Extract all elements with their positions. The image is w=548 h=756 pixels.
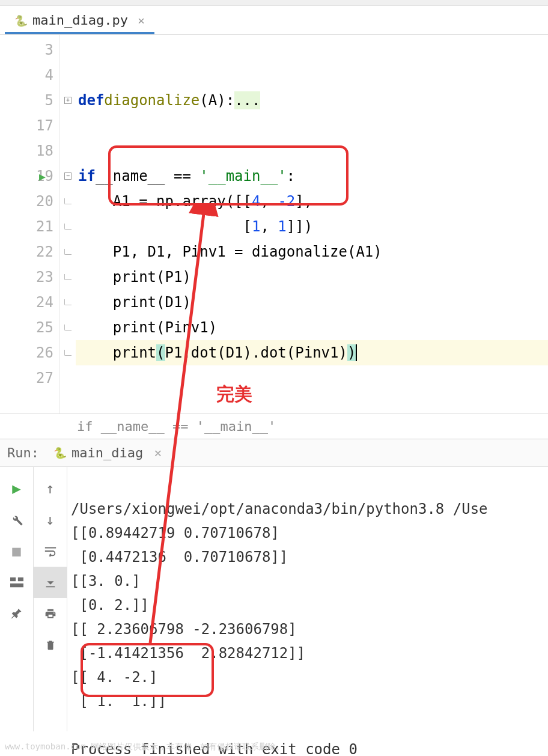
run-tab-close[interactable]: × xyxy=(154,445,162,460)
wrench-button[interactable] xyxy=(0,504,33,535)
layout-icon xyxy=(10,577,23,588)
print-button[interactable] xyxy=(34,598,67,629)
run-toolbar-right: ↑ ↓ xyxy=(34,467,67,731)
code-line[interactable] xyxy=(76,113,548,138)
fold-expand-icon[interactable]: + xyxy=(64,97,72,104)
python-icon: 🐍 xyxy=(53,447,67,459)
fold-guide xyxy=(64,325,72,331)
line-number: 4 xyxy=(45,67,53,84)
svg-rect-1 xyxy=(17,578,23,581)
text-cursor xyxy=(356,344,357,361)
fold-gutter: + − xyxy=(60,35,76,413)
watermark: www.toymoban.com 网络图片仅供展示，非存储，如有侵权请联系删除。 xyxy=(5,742,284,752)
output-line: [[3. 0.] xyxy=(71,573,141,590)
line-number: 21 xyxy=(36,218,53,235)
line-number-gutter: 3 4 5 17 18 ▶19 20 21 22 23 24 25 26 27 xyxy=(0,35,60,413)
line-number: 22 xyxy=(36,243,53,260)
line-number: 24 xyxy=(36,294,53,311)
code-line[interactable] xyxy=(76,62,548,88)
output-line: [-1.41421356 2.82842712]] xyxy=(71,645,305,662)
fold-guide xyxy=(64,299,72,305)
line-number: 27 xyxy=(36,370,53,386)
line-number: 23 xyxy=(36,269,53,285)
breadcrumb-bar[interactable]: if __name__ == '__main__' xyxy=(0,413,548,439)
fold-guide xyxy=(64,198,72,204)
code-content[interactable]: def diagonalize(A):... if __name__ == '_… xyxy=(76,35,548,413)
line-number: 20 xyxy=(36,193,53,210)
stop-button[interactable]: ■ xyxy=(0,535,33,567)
down-button[interactable]: ↓ xyxy=(34,504,67,535)
code-line[interactable]: print(D1) xyxy=(76,290,548,315)
wrench-icon xyxy=(10,513,23,526)
scroll-end-icon xyxy=(44,576,57,588)
fold-collapse-icon[interactable]: − xyxy=(64,172,72,180)
fold-guide xyxy=(64,350,72,356)
breadcrumb-text: if __name__ == '__main__' xyxy=(77,419,276,434)
pin-button[interactable] xyxy=(0,598,33,629)
wrap-icon xyxy=(44,546,57,556)
run-panel-header: Run: 🐍 main_diag × xyxy=(0,439,548,467)
line-number: 18 xyxy=(36,142,53,159)
code-line[interactable]: if __name__ == '__main__': xyxy=(76,163,548,189)
run-tab-name: main_diag xyxy=(72,445,143,460)
code-line[interactable]: def diagonalize(A):... xyxy=(76,88,548,113)
code-line[interactable] xyxy=(76,365,548,391)
up-button[interactable]: ↑ xyxy=(34,473,67,504)
fold-guide xyxy=(64,224,72,230)
line-number: 17 xyxy=(36,117,53,134)
output-line: [[ 2.23606798 -2.23606798] xyxy=(71,621,297,638)
editor-tab-bar: main_diag.py × xyxy=(0,6,548,35)
console-output[interactable]: /Users/xiongwei/opt/anaconda3/bin/python… xyxy=(67,467,548,731)
run-line-marker[interactable]: ▶ xyxy=(39,170,46,183)
line-number: 26 xyxy=(36,344,53,361)
code-line[interactable]: P1, D1, Pinv1 = diagonalize(A1) xyxy=(76,239,548,264)
output-line: [[0.89442719 0.70710678] xyxy=(71,525,279,541)
fold-guide xyxy=(64,274,72,280)
top-toolbar xyxy=(0,0,548,6)
pin-icon xyxy=(11,608,23,620)
tab-filename: main_diag.py xyxy=(32,13,128,28)
trash-icon xyxy=(45,638,56,651)
run-tab[interactable]: 🐍 main_diag × xyxy=(53,445,162,460)
run-label: Run: xyxy=(7,445,39,460)
line-number: 5 xyxy=(45,92,53,109)
code-line[interactable]: print(Pinv1) xyxy=(76,315,548,340)
print-icon xyxy=(44,608,57,620)
run-body: ▶ ■ ↑ ↓ xyxy=(0,467,548,731)
tab-close-button[interactable]: × xyxy=(138,13,145,28)
output-line: [0.4472136 0.70710678]] xyxy=(71,549,288,565)
code-line[interactable]: A1 = np.array([[4, -2], xyxy=(76,189,548,214)
line-number: 25 xyxy=(36,319,53,336)
interpreter-path: /Users/xiongwei/opt/anaconda3/bin/python… xyxy=(71,501,488,517)
soft-wrap-button[interactable] xyxy=(34,535,67,567)
svg-rect-0 xyxy=(10,578,16,581)
code-line-current[interactable]: print(P1.dot(D1).dot(Pinv1)) xyxy=(76,340,548,365)
output-line: [ 1. 1.]] xyxy=(71,693,166,710)
code-editor[interactable]: 3 4 5 17 18 ▶19 20 21 22 23 24 25 26 27 … xyxy=(0,35,548,413)
run-toolbar-left: ▶ ■ xyxy=(0,467,34,731)
clear-button[interactable] xyxy=(34,629,67,660)
code-line[interactable]: [1, 1]]) xyxy=(76,214,548,239)
svg-rect-2 xyxy=(10,584,23,587)
run-button[interactable]: ▶ xyxy=(0,473,33,504)
fold-guide xyxy=(64,249,72,255)
code-line[interactable]: print(P1) xyxy=(76,264,548,290)
run-panel: Run: 🐍 main_diag × ▶ ■ ↑ ↓ xyxy=(0,439,548,731)
code-line[interactable] xyxy=(76,37,548,62)
output-line: [[ 4. -2.] xyxy=(71,669,158,686)
code-line[interactable] xyxy=(76,138,548,163)
scroll-to-end-button[interactable] xyxy=(34,567,67,598)
editor-tab-main_diag[interactable]: main_diag.py × xyxy=(5,7,154,34)
output-line: [0. 2.]] xyxy=(71,597,149,614)
line-number: 3 xyxy=(45,41,53,58)
layout-button[interactable] xyxy=(0,567,33,598)
python-file-icon xyxy=(14,14,26,26)
